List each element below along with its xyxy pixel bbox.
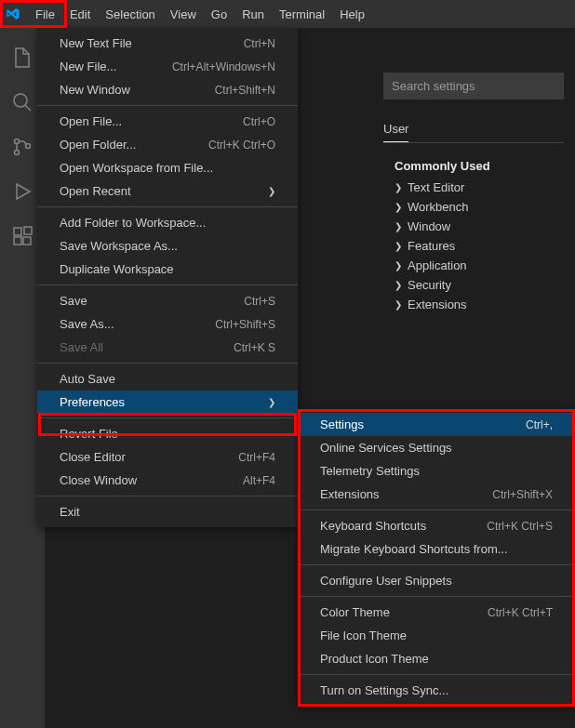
menu-item-extensions[interactable]: ExtensionsCtrl+Shift+X <box>298 483 575 506</box>
menu-item-shortcut: Ctrl+N <box>244 37 275 50</box>
menu-separator <box>298 564 575 565</box>
svg-point-2 <box>15 151 20 155</box>
menu-item-label: Preferences <box>60 395 125 409</box>
menu-item-label: File Icon Theme <box>320 629 407 642</box>
menu-item-label: Open File... <box>60 114 122 128</box>
menu-item-new-text-file[interactable]: New Text FileCtrl+N <box>37 32 298 55</box>
menu-item-online-services-settings[interactable]: Online Services Settings <box>298 436 575 459</box>
chevron-right-icon: ❯ <box>394 241 408 251</box>
menu-item-shortcut: Ctrl+O <box>243 115 275 128</box>
menu-item-label: Add Folder to Workspace... <box>60 216 206 230</box>
preferences-submenu-dropdown: SettingsCtrl+,Online Services SettingsTe… <box>298 409 575 706</box>
menu-file[interactable]: File <box>28 0 62 28</box>
tree-item-label: Features <box>408 239 455 253</box>
settings-tabs: User <box>383 116 564 143</box>
chevron-right-icon: ❯ <box>394 182 408 192</box>
menu-item-shortcut: Ctrl+, <box>526 418 553 431</box>
tree-item-application[interactable]: ❯Application <box>394 256 564 275</box>
menu-item-label: Exit <box>60 505 80 519</box>
menu-view[interactable]: View <box>163 0 204 28</box>
menu-item-shortcut: Ctrl+K Ctrl+O <box>208 139 275 152</box>
menu-separator <box>37 363 298 364</box>
chevron-right-icon: ❯ <box>268 397 275 407</box>
menu-separator <box>298 510 575 510</box>
menu-item-label: Settings <box>320 417 364 431</box>
menu-run[interactable]: Run <box>234 0 272 28</box>
tree-item-text-editor[interactable]: ❯Text Editor <box>394 178 564 197</box>
chevron-right-icon: ❯ <box>394 202 408 212</box>
tree-item-label: Text Editor <box>408 180 464 194</box>
menu-item-auto-save[interactable]: Auto Save <box>37 367 298 390</box>
menu-item-save-as[interactable]: Save As...Ctrl+Shift+S <box>37 312 298 336</box>
menu-item-open-workspace-from-file[interactable]: Open Workspace from File... <box>37 156 298 179</box>
menu-item-shortcut: Ctrl+K Ctrl+T <box>488 606 553 619</box>
menu-separator <box>37 206 298 207</box>
menu-item-open-file[interactable]: Open File...Ctrl+O <box>37 110 298 133</box>
menu-item-label: Revert File <box>60 427 118 441</box>
menu-item-label: Save Workspace As... <box>60 239 178 253</box>
tree-item-security[interactable]: ❯Security <box>394 275 564 295</box>
tree-item-workbench[interactable]: ❯Workbench <box>394 197 564 217</box>
menu-separator <box>37 105 298 106</box>
menu-item-product-icon-theme[interactable]: Product Icon Theme <box>298 647 575 670</box>
chevron-right-icon: ❯ <box>394 280 408 290</box>
chevron-right-icon: ❯ <box>394 260 408 271</box>
menu-separator <box>298 596 575 597</box>
menu-separator <box>37 285 298 285</box>
menu-item-label: Color Theme <box>320 605 390 619</box>
tree-item-features[interactable]: ❯Features <box>394 236 564 256</box>
menu-separator <box>37 496 298 496</box>
menu-item-shortcut: Ctrl+K S <box>234 341 275 354</box>
menu-item-label: Configure User Snippets <box>320 574 452 588</box>
menu-item-label: Extensions <box>320 487 380 501</box>
menu-item-close-window[interactable]: Close WindowAlt+F4 <box>37 469 298 492</box>
svg-rect-7 <box>24 227 32 234</box>
menu-item-revert-file[interactable]: Revert File <box>37 422 298 445</box>
chevron-right-icon: ❯ <box>268 186 275 196</box>
menu-item-label: Close Editor <box>60 450 126 464</box>
tree-heading-commonly-used[interactable]: Commonly Used <box>394 156 564 176</box>
menu-item-label: Close Window <box>60 473 137 487</box>
tree-item-extensions[interactable]: ❯Extensions <box>394 295 564 314</box>
menu-item-label: Save All <box>60 340 103 354</box>
menu-item-new-file[interactable]: New File...Ctrl+Alt+Windows+N <box>37 55 298 78</box>
menu-item-label: Open Folder... <box>60 138 136 152</box>
menu-item-close-editor[interactable]: Close EditorCtrl+F4 <box>37 445 298 469</box>
menu-edit[interactable]: Edit <box>62 0 98 28</box>
menu-item-telemetry-settings[interactable]: Telemetry Settings <box>298 459 575 483</box>
chevron-right-icon: ❯ <box>394 221 408 232</box>
menu-terminal[interactable]: Terminal <box>272 0 332 28</box>
menu-item-file-icon-theme[interactable]: File Icon Theme <box>298 624 575 647</box>
menu-item-label: New File... <box>60 60 116 73</box>
menu-item-save-workspace-as[interactable]: Save Workspace As... <box>37 234 298 258</box>
menu-item-color-theme[interactable]: Color ThemeCtrl+K Ctrl+T <box>298 601 575 624</box>
menu-item-open-recent[interactable]: Open Recent❯ <box>37 179 298 203</box>
menu-go[interactable]: Go <box>204 0 234 28</box>
menu-item-new-window[interactable]: New WindowCtrl+Shift+N <box>37 78 298 101</box>
menu-item-open-folder[interactable]: Open Folder...Ctrl+K Ctrl+O <box>37 133 298 156</box>
menu-item-preferences[interactable]: Preferences❯ <box>37 390 298 414</box>
menu-item-settings[interactable]: SettingsCtrl+, <box>298 413 575 436</box>
menu-item-keyboard-shortcuts[interactable]: Keyboard ShortcutsCtrl+K Ctrl+S <box>298 514 575 537</box>
svg-rect-5 <box>14 237 21 245</box>
menu-separator <box>298 674 575 675</box>
tree-item-label: Security <box>408 278 451 292</box>
menu-item-label: Product Icon Theme <box>320 652 429 666</box>
chevron-right-icon: ❯ <box>394 299 408 310</box>
menu-item-add-folder-to-workspace[interactable]: Add Folder to Workspace... <box>37 211 298 234</box>
tree-item-window[interactable]: ❯Window <box>394 217 564 236</box>
menu-item-duplicate-workspace[interactable]: Duplicate Workspace <box>37 258 298 281</box>
menu-item-exit[interactable]: Exit <box>37 500 298 523</box>
menu-selection[interactable]: Selection <box>98 0 162 28</box>
tab-user[interactable]: User <box>383 116 408 142</box>
menu-help[interactable]: Help <box>332 0 372 28</box>
search-settings-input[interactable] <box>383 73 564 99</box>
title-bar: File Edit Selection View Go Run Terminal… <box>0 0 575 28</box>
menu-item-save[interactable]: SaveCtrl+S <box>37 289 298 312</box>
menu-item-turn-on-settings-sync[interactable]: Turn on Settings Sync... <box>298 679 575 702</box>
menu-item-configure-user-snippets[interactable]: Configure User Snippets <box>298 569 575 592</box>
svg-rect-4 <box>14 228 21 235</box>
menu-item-label: Open Recent <box>60 184 131 198</box>
menu-item-label: Auto Save <box>60 372 115 386</box>
menu-item-migrate-keyboard-shortcuts-from[interactable]: Migrate Keyboard Shortcuts from... <box>298 537 575 561</box>
